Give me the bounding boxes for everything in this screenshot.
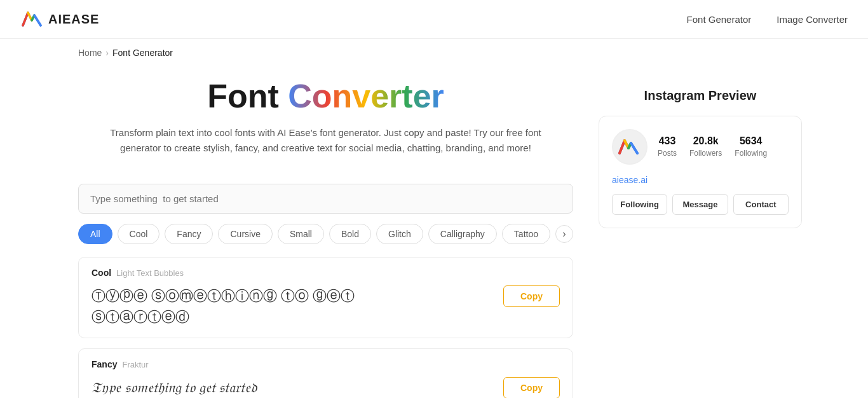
stat-posts-label: Posts <box>658 149 677 158</box>
tab-bold[interactable]: Bold <box>329 224 371 244</box>
breadcrumb-current: Font Generator <box>112 48 173 58</box>
tab-cursive[interactable]: Cursive <box>218 224 272 244</box>
font-preview-cool: Ⓣⓨⓟⓔ ⓢⓞⓜⓔⓣⓗⓘⓝⓖ ⓣⓞ ⓖⓔⓣⓢⓣⓐⓡⓣⓔⓓ <box>92 285 493 327</box>
font-card-fancy-category: Fancy <box>92 359 117 369</box>
avatar <box>612 129 648 165</box>
tab-all[interactable]: All <box>78 224 112 244</box>
stat-following-num: 5634 <box>735 135 767 147</box>
font-card-cool: Cool Light Text Bubbles Ⓣⓨⓟⓔ ⓢⓞⓜⓔⓣⓗⓘⓝⓖ ⓣ… <box>78 257 573 338</box>
font-preview-fancy: 𝔗𝔶𝔭𝔢 𝔰𝔬𝔪𝔢𝔱𝔥𝔦𝔫𝔤 𝔱𝔬 𝔤𝔢𝔱 𝔰𝔱𝔞𝔯𝔱𝔢𝔡 <box>92 377 493 398</box>
logo[interactable]: AIEASE <box>20 8 687 31</box>
instagram-message-button[interactable]: Message <box>672 194 728 215</box>
instagram-following-button[interactable]: Following <box>612 194 667 215</box>
stat-following-label: Following <box>735 149 767 158</box>
stat-followers-label: Followers <box>689 149 722 158</box>
tab-fancy[interactable]: Fancy <box>165 224 213 244</box>
right-panel: Instagram Preview 433 <box>599 58 802 398</box>
hero-title: Font Converter <box>78 77 573 115</box>
navbar: AIEASE Font Generator Image Converter <box>0 0 868 39</box>
filter-tabs: All Cool Fancy Cursive Small Bold Glitch… <box>78 224 573 244</box>
aiease-logo-icon <box>20 8 43 31</box>
font-card-cool-category: Cool <box>92 268 111 278</box>
font-card-fancy-body: 𝔗𝔶𝔭𝔢 𝔰𝔬𝔪𝔢𝔱𝔥𝔦𝔫𝔤 𝔱𝔬 𝔤𝔢𝔱 𝔰𝔱𝔞𝔯𝔱𝔢𝔡 Copy <box>92 377 560 398</box>
font-card-cool-body: Ⓣⓨⓟⓔ ⓢⓞⓜⓔⓣⓗⓘⓝⓖ ⓣⓞ ⓖⓔⓣⓢⓣⓐⓡⓣⓔⓓ Copy <box>92 285 560 327</box>
hero-title-gradient: Converter <box>288 78 444 114</box>
font-card-cool-name: Light Text Bubbles <box>116 268 184 278</box>
copy-button-fancy[interactable]: Copy <box>503 377 560 398</box>
hero-description: Transform plain text into cool fonts wit… <box>109 125 541 156</box>
hero-title-plain: Font <box>207 78 279 114</box>
instagram-contact-button[interactable]: Contact <box>733 194 789 215</box>
nav-links: Font Generator Image Converter <box>687 14 848 25</box>
input-wrap <box>78 184 573 214</box>
font-card-fancy-header: Fancy Fraktur <box>92 359 560 369</box>
instagram-stats: 433 Posts 20.8k Followers 5634 Following <box>658 135 789 158</box>
tab-glitch[interactable]: Glitch <box>376 224 423 244</box>
copy-button-cool[interactable]: Copy <box>503 285 560 307</box>
left-panel: Font Converter Transform plain text into… <box>78 58 573 398</box>
tab-more-button[interactable]: › <box>555 225 573 243</box>
instagram-stat-following: 5634 Following <box>735 135 767 158</box>
tab-calligraphy[interactable]: Calligraphy <box>428 224 497 244</box>
breadcrumb-separator: › <box>105 48 109 58</box>
tab-small[interactable]: Small <box>278 224 324 244</box>
nav-font-generator[interactable]: Font Generator <box>687 14 752 25</box>
avatar-icon <box>617 134 642 160</box>
tab-cool[interactable]: Cool <box>118 224 160 244</box>
instagram-stat-posts: 433 Posts <box>658 135 677 158</box>
logo-text: AIEASE <box>48 12 99 27</box>
instagram-preview-title: Instagram Preview <box>599 88 802 103</box>
main-container: Font Converter Transform plain text into… <box>53 58 815 398</box>
tab-tattoo[interactable]: Tattoo <box>502 224 550 244</box>
instagram-actions: Following Message Contact <box>612 194 789 215</box>
nav-image-converter[interactable]: Image Converter <box>776 14 848 25</box>
stat-followers-num: 20.8k <box>689 135 722 147</box>
instagram-card: 433 Posts 20.8k Followers 5634 Following <box>599 116 802 228</box>
breadcrumb-home[interactable]: Home <box>78 48 102 58</box>
instagram-stat-followers: 20.8k Followers <box>689 135 722 158</box>
instagram-link[interactable]: aiease.ai <box>612 175 789 185</box>
font-card-fancy: Fancy Fraktur 𝔗𝔶𝔭𝔢 𝔰𝔬𝔪𝔢𝔱𝔥𝔦𝔫𝔤 𝔱𝔬 𝔤𝔢𝔱 𝔰𝔱𝔞𝔯… <box>78 348 573 398</box>
font-card-fancy-name: Fraktur <box>122 360 148 369</box>
stat-posts-num: 433 <box>658 135 677 147</box>
instagram-profile: 433 Posts 20.8k Followers 5634 Following <box>612 129 789 165</box>
font-input[interactable] <box>78 184 573 214</box>
breadcrumb: Home › Font Generator <box>53 39 815 58</box>
hero-section: Font Converter Transform plain text into… <box>78 58 573 171</box>
font-card-cool-header: Cool Light Text Bubbles <box>92 268 560 278</box>
instagram-preview: Instagram Preview 433 <box>599 88 802 228</box>
